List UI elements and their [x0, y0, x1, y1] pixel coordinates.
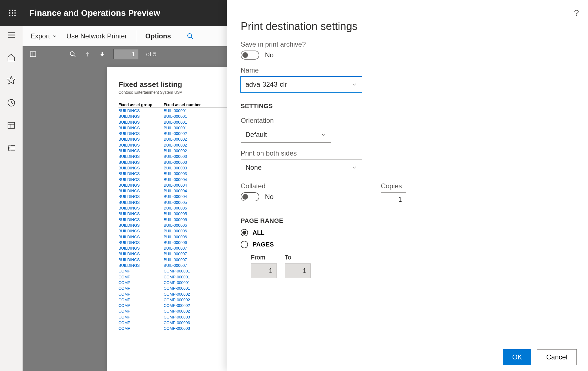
cell-group[interactable]: BUILDINGS	[119, 131, 164, 136]
cell-number[interactable]: BUIL-000004	[164, 194, 214, 199]
cell-number[interactable]: COMP-000002	[164, 291, 214, 297]
prev-page-icon[interactable]	[84, 51, 91, 58]
cell-number[interactable]: BUIL-000004	[164, 177, 214, 182]
cell-number[interactable]: BUIL-000006	[164, 228, 214, 234]
cell-group[interactable]: BUILDINGS	[119, 154, 164, 159]
cell-group[interactable]: BUILDINGS	[119, 217, 164, 222]
cell-group[interactable]: COMP	[119, 274, 164, 280]
app-launcher-icon[interactable]	[5, 5, 20, 21]
cell-number[interactable]: BUIL-000005	[164, 200, 214, 205]
cell-group[interactable]: BUILDINGS	[119, 182, 164, 188]
sidebar-toggle-icon[interactable]	[29, 51, 37, 58]
cell-group[interactable]: COMP	[119, 280, 164, 285]
cell-number[interactable]: COMP-000001	[164, 274, 214, 280]
cell-number[interactable]: COMP-000003	[164, 314, 214, 320]
cell-group[interactable]: BUILDINGS	[119, 177, 164, 182]
both-sides-select[interactable]: None	[241, 160, 362, 175]
cell-group[interactable]: BUILDINGS	[119, 148, 164, 154]
cell-group[interactable]: BUILDINGS	[119, 171, 164, 176]
collated-toggle[interactable]	[241, 192, 259, 201]
cell-group[interactable]: BUILDINGS	[119, 222, 164, 228]
hamburger-icon[interactable]	[7, 30, 16, 40]
cell-group[interactable]: COMP	[119, 320, 164, 326]
cell-number[interactable]: COMP-000001	[164, 285, 214, 291]
cell-number[interactable]: BUIL-000002	[164, 131, 214, 136]
cell-group[interactable]: BUILDINGS	[119, 205, 164, 211]
cell-number[interactable]: BUIL-000007	[164, 245, 214, 251]
copies-input[interactable]	[381, 192, 406, 207]
cell-group[interactable]: COMP	[119, 308, 164, 314]
find-icon[interactable]	[69, 51, 76, 58]
cell-number[interactable]: BUIL-000007	[164, 251, 214, 257]
cell-group[interactable]: BUILDINGS	[119, 240, 164, 245]
recent-icon[interactable]	[7, 98, 16, 107]
help-icon[interactable]: ?	[574, 8, 579, 18]
to-input[interactable]: 1	[285, 263, 311, 278]
export-button[interactable]: Export	[30, 32, 57, 40]
cell-group[interactable]: BUILDINGS	[119, 245, 164, 251]
cell-number[interactable]: COMP-000003	[164, 320, 214, 326]
cell-group[interactable]: BUILDINGS	[119, 251, 164, 257]
cell-group[interactable]: BUILDINGS	[119, 263, 164, 268]
options-button[interactable]: Options	[145, 32, 171, 40]
cell-group[interactable]: BUILDINGS	[119, 200, 164, 205]
cell-group[interactable]: BUILDINGS	[119, 188, 164, 194]
cell-group[interactable]: COMP	[119, 326, 164, 331]
radio-all[interactable]	[241, 229, 248, 236]
cell-number[interactable]: COMP-000002	[164, 297, 214, 303]
cell-number[interactable]: BUIL-000007	[164, 263, 214, 268]
cell-group[interactable]: COMP	[119, 314, 164, 320]
cancel-button[interactable]: Cancel	[537, 349, 577, 365]
page-range-pages-row[interactable]: PAGES	[241, 241, 574, 248]
cell-number[interactable]: COMP-000003	[164, 326, 214, 331]
cell-number[interactable]: BUIL-000001	[164, 119, 214, 125]
cell-number[interactable]: BUIL-000001	[164, 125, 214, 131]
cell-group[interactable]: BUILDINGS	[119, 194, 164, 199]
radio-pages[interactable]	[241, 241, 248, 248]
cell-number[interactable]: BUIL-000007	[164, 257, 214, 263]
cell-number[interactable]: COMP-000001	[164, 280, 214, 285]
modules-icon[interactable]	[7, 143, 16, 152]
cell-group[interactable]: COMP	[119, 291, 164, 297]
cell-group[interactable]: COMP	[119, 268, 164, 274]
cell-number[interactable]: BUIL-000002	[164, 142, 214, 148]
cell-number[interactable]: BUIL-000001	[164, 114, 214, 119]
cell-number[interactable]: BUIL-000005	[164, 211, 214, 217]
cell-number[interactable]: BUIL-000003	[164, 154, 214, 159]
cell-group[interactable]: BUILDINGS	[119, 108, 164, 114]
cell-number[interactable]: BUIL-000005	[164, 217, 214, 222]
workspace-icon[interactable]	[7, 121, 16, 130]
orientation-select[interactable]: Default	[241, 127, 331, 143]
page-number-input[interactable]	[113, 49, 138, 59]
cell-group[interactable]: BUILDINGS	[119, 125, 164, 131]
filter-search-icon[interactable]	[187, 33, 194, 40]
cell-number[interactable]: COMP-000001	[164, 268, 214, 274]
page-range-all-row[interactable]: ALL	[241, 229, 574, 236]
cell-number[interactable]: BUIL-000006	[164, 222, 214, 228]
cell-number[interactable]: BUIL-000002	[164, 148, 214, 154]
cell-number[interactable]: BUIL-000005	[164, 205, 214, 211]
cell-number[interactable]: BUIL-000002	[164, 136, 214, 142]
cell-number[interactable]: BUIL-000003	[164, 160, 214, 165]
cell-group[interactable]: BUILDINGS	[119, 142, 164, 148]
cell-group[interactable]: BUILDINGS	[119, 165, 164, 171]
cell-group[interactable]: BUILDINGS	[119, 160, 164, 165]
from-input[interactable]: 1	[251, 263, 277, 278]
cell-group[interactable]: BUILDINGS	[119, 119, 164, 125]
ok-button[interactable]: OK	[503, 349, 532, 365]
printer-name-select[interactable]: adva-3243-clr	[241, 77, 362, 92]
next-page-icon[interactable]	[99, 51, 106, 58]
cell-group[interactable]: BUILDINGS	[119, 228, 164, 234]
cell-number[interactable]: BUIL-000004	[164, 182, 214, 188]
cell-group[interactable]: COMP	[119, 297, 164, 303]
cell-number[interactable]: COMP-000002	[164, 303, 214, 308]
cell-group[interactable]: BUILDINGS	[119, 114, 164, 119]
cell-number[interactable]: COMP-000002	[164, 308, 214, 314]
cell-number[interactable]: BUIL-000006	[164, 240, 214, 245]
cell-group[interactable]: COMP	[119, 303, 164, 308]
cell-group[interactable]: BUILDINGS	[119, 234, 164, 240]
cell-group[interactable]: BUILDINGS	[119, 136, 164, 142]
save-archive-toggle[interactable]	[241, 51, 259, 60]
cell-number[interactable]: BUIL-000004	[164, 188, 214, 194]
star-icon[interactable]	[7, 76, 16, 85]
